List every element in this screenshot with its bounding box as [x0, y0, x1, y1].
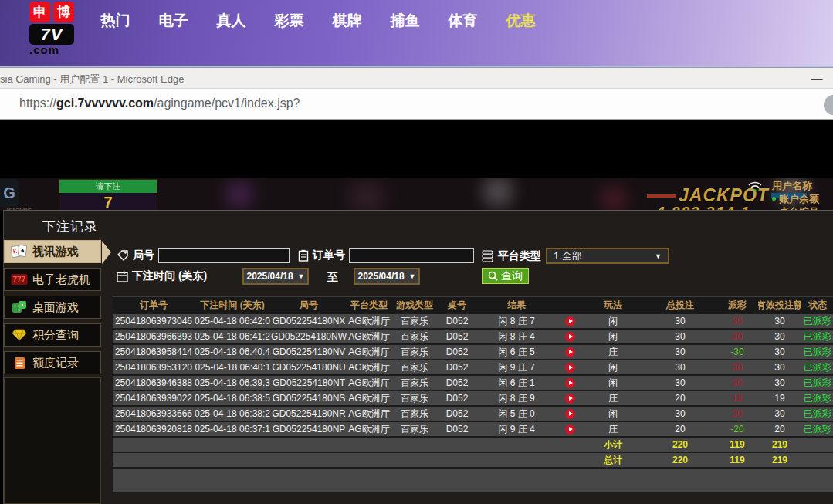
cell-valid: 19: [758, 391, 801, 405]
table-filler-area: [113, 467, 833, 492]
account-row: 用户名称: [772, 179, 819, 192]
table-row: 2504180639390222025-04-18 06:38:54GD0522…: [113, 390, 833, 405]
cell-result: 闲 6 庄 1: [476, 376, 557, 390]
platform-type-select[interactable]: 1.全部 ▼: [546, 248, 669, 264]
cell-order: 250418063953120: [113, 360, 195, 374]
minimize-button[interactable]: —: [807, 69, 827, 86]
platform-type-label: 平台类型: [498, 249, 541, 263]
cell-round: GD052254180NP: [270, 422, 347, 436]
table-row: 2504180639663932025-04-18 06:41:26GD0522…: [113, 328, 833, 343]
play-video-icon[interactable]: [565, 363, 575, 373]
document-icon: [11, 355, 28, 370]
cell-platform: AG欧洲厅: [347, 422, 391, 436]
url-text[interactable]: https://gci.7vvvvvv.com/agingame/pcv1/in…: [19, 96, 300, 110]
column-header: 平台类型: [347, 297, 391, 313]
table-cell: [439, 453, 476, 467]
play-video-icon[interactable]: [565, 347, 575, 357]
play-video-icon[interactable]: [565, 409, 575, 419]
table-cell: [476, 453, 557, 467]
cell-play: 庄: [582, 391, 644, 405]
sidebar-item-label: 额度记录: [32, 356, 79, 370]
cell-valid: 30: [758, 314, 801, 328]
play-video-icon[interactable]: [565, 316, 575, 326]
search-button[interactable]: 查询: [482, 268, 529, 284]
cell-status: 已派彩: [801, 314, 833, 328]
video-cell: [557, 345, 582, 359]
nav-item-4[interactable]: 彩票: [260, 11, 318, 31]
cell-table: D052: [439, 314, 476, 328]
nav-item-2[interactable]: 电子: [144, 11, 202, 31]
play-video-icon[interactable]: [565, 394, 575, 404]
cell-status: 已派彩: [801, 391, 833, 405]
url-prefix: https://: [19, 96, 56, 110]
round-id-label: 局号: [133, 249, 154, 262]
nav-item-8[interactable]: 优惠: [492, 11, 550, 31]
cell-play: 庄: [582, 422, 644, 436]
cell-game: 百家乐: [391, 360, 439, 374]
cell-round: GD052254180NX: [270, 314, 347, 328]
url-domain: gci.7vvvvvv.com: [56, 96, 154, 110]
table-row: 2504180639531202025-04-18 06:40:11GD0522…: [113, 359, 833, 374]
app-window: 申 博 7V .com 热门电子真人彩票棋牌捕鱼体育优惠 sia Gaming …: [0, 0, 833, 504]
play-video-icon[interactable]: [565, 332, 575, 342]
cell-platform: AG欧洲厅: [347, 314, 391, 328]
sidebar-item-2[interactable]: 777电子老虎机: [4, 268, 101, 291]
cell-platform: AG欧洲厅: [347, 407, 391, 421]
table-cell: [801, 438, 833, 452]
sidebar-item-label: 积分查询: [32, 328, 79, 343]
browser-urlbar[interactable]: https://gci.7vvvvvv.com/agingame/pcv1/in…: [0, 89, 833, 120]
column-header: 状态: [801, 297, 833, 313]
cell-table: D052: [439, 330, 476, 343]
platform-type-value: 1.全部: [554, 249, 582, 263]
cell-order: 250418063958414: [113, 345, 195, 359]
nav-item-1[interactable]: 热门: [86, 11, 144, 31]
url-path: /agingame/pcv1/index.jsp?: [154, 96, 300, 110]
date-from-picker[interactable]: 2025/04/18 ▼: [242, 268, 309, 285]
table-cell: [439, 438, 476, 452]
bet-prompt-label: 请下注: [59, 180, 157, 193]
cell-valid: 30: [758, 330, 801, 343]
cell-status: 已派彩: [801, 407, 833, 421]
site-logo[interactable]: 申 博 7V .com: [29, 2, 79, 56]
cell-bet: 30: [644, 376, 716, 390]
sidebar-item-5[interactable]: 额度记录: [4, 351, 101, 374]
cell-result: 闲 6 庄 5: [476, 345, 557, 359]
nav-item-3[interactable]: 真人: [202, 11, 260, 31]
cell-result: 闲 8 庄 7: [476, 314, 557, 328]
cell-payout: 30: [716, 360, 758, 374]
nav-item-7[interactable]: 体育: [434, 11, 492, 31]
table-row: 2504180639463882025-04-18 06:39:34GD0522…: [113, 374, 833, 390]
cell-game: 百家乐: [391, 330, 439, 343]
table-row: 2504180639584142025-04-18 06:40:41GD0522…: [113, 343, 833, 359]
cell-valid: 30: [758, 376, 801, 390]
cell-bet: 20: [644, 391, 716, 405]
order-id-input[interactable]: [349, 248, 474, 263]
table-cell: [113, 438, 195, 452]
nav-item-5[interactable]: 棋牌: [318, 11, 376, 31]
table-row: 2504180639730462025-04-18 06:42:03GD0522…: [113, 313, 833, 328]
table-cell: [391, 438, 439, 452]
logo-badge-2: 博: [53, 2, 74, 22]
page-black-band: [0, 121, 833, 178]
date-to-picker[interactable]: 2025/04/18 ▼: [354, 268, 420, 285]
cell-result: 闲 9 庄 7: [476, 360, 557, 374]
sidebar-item-1[interactable]: K♠视讯游戏: [4, 240, 101, 263]
play-video-icon[interactable]: [565, 425, 575, 435]
table-row: 2504180639336662025-04-18 06:38:20GD0522…: [113, 405, 833, 421]
table-row: 2504180639208182025-04-18 06:37:12GD0522…: [113, 421, 833, 436]
cell-status: 已派彩: [801, 360, 833, 374]
asia-gaming-logo: G: [0, 179, 19, 207]
column-header: 桌号: [439, 297, 476, 313]
game-banner: G ASIA GAMING 请下注 7 JACKPOT 4,883,314.1 …: [0, 178, 833, 211]
to-label: 至: [327, 271, 338, 285]
play-video-icon[interactable]: [565, 378, 575, 388]
browser-titlebar: sia Gaming - 用户配置 1 - Microsoft Edge —: [0, 68, 833, 89]
bet-time-label: 下注时间 (美东): [132, 269, 207, 283]
nav-item-6[interactable]: 捕鱼: [376, 11, 434, 31]
subtotal-row: 小计220119219: [113, 436, 833, 452]
sidebar-item-4[interactable]: 积分查询: [4, 323, 101, 347]
cell-play: 闲: [582, 407, 644, 421]
column-header: 有效投注额: [758, 297, 801, 313]
round-id-input[interactable]: [158, 248, 290, 263]
sidebar-item-3[interactable]: 桌面游戏: [4, 296, 101, 319]
